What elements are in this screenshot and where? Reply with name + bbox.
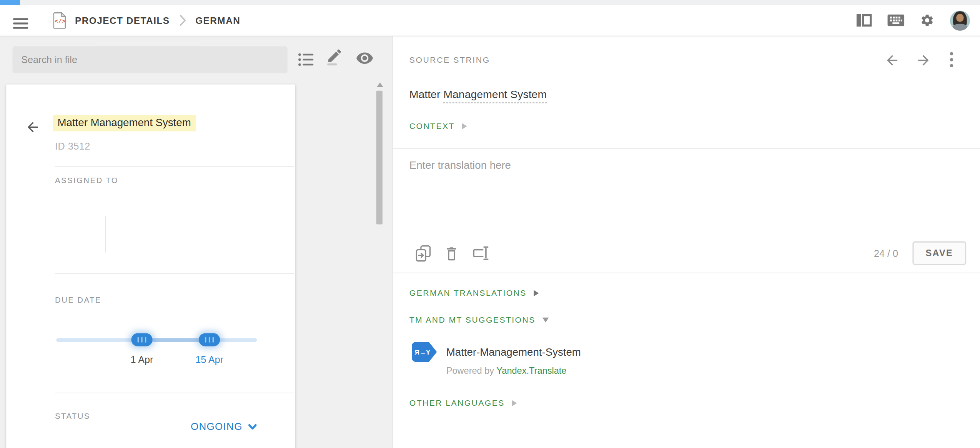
status-dropdown[interactable]: ONGOING xyxy=(191,421,257,433)
status-label: STATUS xyxy=(55,412,90,421)
yandex-translate-icon[interactable]: Я→Y xyxy=(412,342,437,362)
german-translations-section-toggle[interactable]: GERMAN TRANSLATIONS xyxy=(409,288,539,297)
page-progress-track xyxy=(0,0,980,5)
triangle-right-icon xyxy=(462,123,467,129)
select-text-icon[interactable] xyxy=(473,245,490,261)
kebab-menu-icon[interactable] xyxy=(949,51,953,68)
file-strings-panel: Matter Management System ID 3512 ASSIGNE… xyxy=(0,36,393,448)
breadcrumb: </> PROJECT DETAILS GERMAN xyxy=(53,5,240,36)
string-details-card: Matter Management System ID 3512 ASSIGNE… xyxy=(6,84,295,448)
context-section-toggle[interactable]: CONTEXT xyxy=(409,121,467,130)
divider xyxy=(55,166,294,167)
scrollbar-thumb[interactable] xyxy=(376,91,383,225)
svg-text:</>: </> xyxy=(55,18,65,25)
menu-icon[interactable] xyxy=(13,18,28,29)
yandex-translate-link[interactable]: Yandex.Translate xyxy=(496,366,566,376)
settings-gear-icon[interactable] xyxy=(920,13,934,27)
next-string-arrow-icon[interactable] xyxy=(916,53,932,68)
app-window: </> PROJECT DETAILS GERMAN xyxy=(0,0,980,448)
header-actions xyxy=(856,5,970,36)
due-end-date[interactable]: 15 Apr xyxy=(191,355,228,366)
assigned-to-label: ASSIGNED TO xyxy=(55,176,118,185)
source-string-text: Matter Management System xyxy=(409,88,547,101)
triangle-down-icon xyxy=(542,317,549,322)
back-arrow-icon[interactable] xyxy=(25,119,41,135)
breadcrumb-project-details[interactable]: PROJECT DETAILS xyxy=(75,15,170,26)
translation-editor-panel: SOURCE STRING Matter Management System C… xyxy=(393,36,980,448)
char-counter: 24 / 0 xyxy=(863,248,898,259)
chevron-right-icon xyxy=(179,14,186,26)
string-id: ID 3512 xyxy=(55,141,90,152)
triangle-right-icon xyxy=(512,400,517,406)
suggestion-attribution: Powered by Yandex.Translate xyxy=(446,366,567,376)
due-date-start-handle[interactable] xyxy=(131,333,152,346)
top-header: </> PROJECT DETAILS GERMAN xyxy=(0,0,980,36)
translation-input[interactable] xyxy=(402,152,979,248)
list-view-icon[interactable] xyxy=(298,53,314,67)
save-button[interactable]: SAVE xyxy=(912,241,966,265)
divider xyxy=(55,393,294,393)
german-translations-label: GERMAN TRANSLATIONS xyxy=(409,288,527,297)
preview-eye-icon[interactable] xyxy=(356,51,374,65)
divider xyxy=(105,216,106,253)
delete-translation-icon[interactable] xyxy=(444,245,459,261)
breadcrumb-file-german[interactable]: GERMAN xyxy=(195,15,240,26)
powered-by-label: Powered by xyxy=(446,366,494,376)
keyboard-icon[interactable] xyxy=(887,14,904,26)
copy-source-icon[interactable] xyxy=(416,245,431,262)
mt-suggestion-text[interactable]: Matter-Management-System xyxy=(446,346,581,359)
scrollbar-up-arrow[interactable] xyxy=(377,83,383,87)
glossary-term[interactable]: Management System xyxy=(443,88,547,103)
other-languages-section-toggle[interactable]: OTHER LANGUAGES xyxy=(409,398,517,408)
divider xyxy=(55,273,294,274)
divider xyxy=(393,148,980,149)
tm-mt-suggestions-label: TM AND MT SUGGESTIONS xyxy=(409,315,536,324)
divider xyxy=(393,273,980,273)
edit-pencil-icon[interactable] xyxy=(326,49,343,66)
context-label: CONTEXT xyxy=(409,121,455,130)
due-date-end-handle[interactable] xyxy=(199,333,220,346)
previous-string-arrow-icon[interactable] xyxy=(884,53,900,68)
sidebar-toggle-icon[interactable] xyxy=(856,14,872,27)
page-progress-fill xyxy=(0,0,20,5)
status-value: ONGOING xyxy=(191,421,243,433)
due-date-label: DUE DATE xyxy=(55,296,101,305)
other-languages-label: OTHER LANGUAGES xyxy=(409,398,505,408)
triangle-right-icon xyxy=(534,290,539,296)
source-string-label: SOURCE STRING xyxy=(409,55,490,64)
search-input[interactable] xyxy=(13,46,288,73)
tm-mt-suggestions-section-toggle[interactable]: TM AND MT SUGGESTIONS xyxy=(409,315,549,324)
due-date-slider xyxy=(56,338,257,342)
string-title-highlighted: Matter Management System xyxy=(53,115,195,131)
file-code-icon: </> xyxy=(53,12,67,29)
chevron-down-icon xyxy=(248,424,257,430)
user-avatar[interactable] xyxy=(950,10,970,30)
due-start-date: 1 Apr xyxy=(123,355,161,366)
